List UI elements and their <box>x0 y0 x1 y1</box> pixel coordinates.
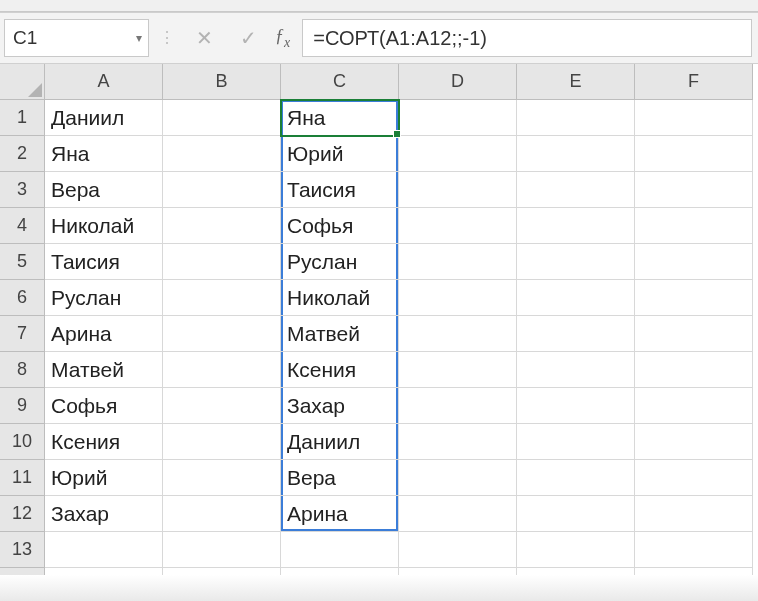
name-box-input[interactable] <box>5 25 129 51</box>
cell-E12[interactable] <box>517 496 635 532</box>
row-header-4[interactable]: 4 <box>0 208 45 244</box>
cell-D4[interactable] <box>399 208 517 244</box>
cell-C12[interactable]: Арина <box>281 496 399 532</box>
cell-A3[interactable]: Вера <box>45 172 163 208</box>
cell-D8[interactable] <box>399 352 517 388</box>
cell-B11[interactable] <box>163 460 281 496</box>
more-icon[interactable]: ⋮ <box>155 19 179 57</box>
cell-D10[interactable] <box>399 424 517 460</box>
cell-E1[interactable] <box>517 100 635 136</box>
cell-E6[interactable] <box>517 280 635 316</box>
cell-A2[interactable]: Яна <box>45 136 163 172</box>
column-header-B[interactable]: B <box>163 64 281 100</box>
cell-E8[interactable] <box>517 352 635 388</box>
cell-D3[interactable] <box>399 172 517 208</box>
cell-B2[interactable] <box>163 136 281 172</box>
column-header-D[interactable]: D <box>399 64 517 100</box>
cell-C9[interactable]: Захар <box>281 388 399 424</box>
cell-A4[interactable]: Николай <box>45 208 163 244</box>
formula-input[interactable] <box>302 19 752 57</box>
cell-C6[interactable]: Николай <box>281 280 399 316</box>
cell-F5[interactable] <box>635 244 753 280</box>
row-header-11[interactable]: 11 <box>0 460 45 496</box>
cell-B8[interactable] <box>163 352 281 388</box>
cell-C3[interactable]: Таисия <box>281 172 399 208</box>
cell-D2[interactable] <box>399 136 517 172</box>
cell-C4[interactable]: Софья <box>281 208 399 244</box>
cell-E13[interactable] <box>517 532 635 568</box>
cell-A1[interactable]: Даниил <box>45 100 163 136</box>
cell-E10[interactable] <box>517 424 635 460</box>
cell-E9[interactable] <box>517 388 635 424</box>
select-all-corner[interactable] <box>0 64 45 100</box>
cell-D9[interactable] <box>399 388 517 424</box>
name-box-dropdown-icon[interactable]: ▾ <box>129 20 148 56</box>
row-header-5[interactable]: 5 <box>0 244 45 280</box>
cell-B4[interactable] <box>163 208 281 244</box>
spreadsheet-grid[interactable]: ABCDEF1ДаниилЯна2ЯнаЮрий3ВераТаисия4Нико… <box>0 64 758 601</box>
cell-C1[interactable]: Яна <box>281 100 399 136</box>
cell-E2[interactable] <box>517 136 635 172</box>
row-header-3[interactable]: 3 <box>0 172 45 208</box>
cell-B12[interactable] <box>163 496 281 532</box>
cell-E4[interactable] <box>517 208 635 244</box>
cell-D14[interactable] <box>399 568 517 601</box>
cell-F12[interactable] <box>635 496 753 532</box>
cell-E14[interactable] <box>517 568 635 601</box>
cell-B5[interactable] <box>163 244 281 280</box>
cell-E11[interactable] <box>517 460 635 496</box>
cell-A5[interactable]: Таисия <box>45 244 163 280</box>
cell-D1[interactable] <box>399 100 517 136</box>
cell-A14[interactable] <box>45 568 163 601</box>
cell-A7[interactable]: Арина <box>45 316 163 352</box>
cell-F1[interactable] <box>635 100 753 136</box>
row-header-10[interactable]: 10 <box>0 424 45 460</box>
cell-A8[interactable]: Матвей <box>45 352 163 388</box>
cell-C2[interactable]: Юрий <box>281 136 399 172</box>
column-header-F[interactable]: F <box>635 64 753 100</box>
row-header-2[interactable]: 2 <box>0 136 45 172</box>
cell-D7[interactable] <box>399 316 517 352</box>
row-header-14[interactable]: 14 <box>0 568 45 601</box>
cell-E3[interactable] <box>517 172 635 208</box>
cell-A11[interactable]: Юрий <box>45 460 163 496</box>
column-header-A[interactable]: A <box>45 64 163 100</box>
cell-F6[interactable] <box>635 280 753 316</box>
cell-C7[interactable]: Матвей <box>281 316 399 352</box>
row-header-12[interactable]: 12 <box>0 496 45 532</box>
cell-E5[interactable] <box>517 244 635 280</box>
cell-F9[interactable] <box>635 388 753 424</box>
row-header-9[interactable]: 9 <box>0 388 45 424</box>
cell-D5[interactable] <box>399 244 517 280</box>
cell-B14[interactable] <box>163 568 281 601</box>
cell-F14[interactable] <box>635 568 753 601</box>
column-header-E[interactable]: E <box>517 64 635 100</box>
cell-A10[interactable]: Ксения <box>45 424 163 460</box>
cell-B10[interactable] <box>163 424 281 460</box>
cell-F3[interactable] <box>635 172 753 208</box>
cell-C13[interactable] <box>281 532 399 568</box>
cell-C10[interactable]: Даниил <box>281 424 399 460</box>
cell-B9[interactable] <box>163 388 281 424</box>
cell-F7[interactable] <box>635 316 753 352</box>
row-header-13[interactable]: 13 <box>0 532 45 568</box>
cell-E7[interactable] <box>517 316 635 352</box>
cell-C5[interactable]: Руслан <box>281 244 399 280</box>
cell-F8[interactable] <box>635 352 753 388</box>
cell-B13[interactable] <box>163 532 281 568</box>
cell-D11[interactable] <box>399 460 517 496</box>
cell-B6[interactable] <box>163 280 281 316</box>
cell-C8[interactable]: Ксения <box>281 352 399 388</box>
name-box[interactable]: ▾ <box>4 19 149 57</box>
cell-C14[interactable] <box>281 568 399 601</box>
cell-A13[interactable] <box>45 532 163 568</box>
cell-A6[interactable]: Руслан <box>45 280 163 316</box>
column-header-C[interactable]: C <box>281 64 399 100</box>
cell-F13[interactable] <box>635 532 753 568</box>
cell-B3[interactable] <box>163 172 281 208</box>
cell-F2[interactable] <box>635 136 753 172</box>
cell-A12[interactable]: Захар <box>45 496 163 532</box>
cell-F10[interactable] <box>635 424 753 460</box>
cell-D13[interactable] <box>399 532 517 568</box>
cell-B7[interactable] <box>163 316 281 352</box>
